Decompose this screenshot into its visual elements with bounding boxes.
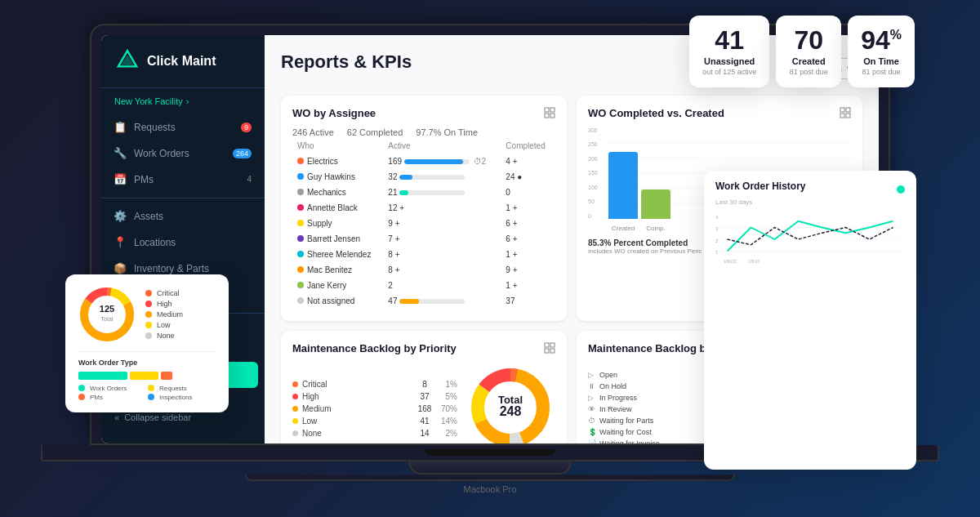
laptop-notch xyxy=(425,449,555,456)
row-active: 21 xyxy=(385,185,501,199)
priority-low: Low 41 14% xyxy=(292,415,457,427)
expand-icon[interactable] xyxy=(544,107,555,118)
row-name: Sheree Melendez xyxy=(294,247,383,261)
priority-critical: Critical 8 1% xyxy=(292,378,457,390)
app-logo-icon xyxy=(114,48,140,74)
woh-title: Work Order History xyxy=(715,181,805,192)
col-who: Who xyxy=(294,139,383,153)
legend-medium: Medium xyxy=(145,310,183,319)
priority-donut-svg: Total 248 xyxy=(466,363,555,443)
table-row: Guy Hawkins 32 24 ● xyxy=(294,170,554,184)
table-row: Mac Benitez 8 + 9 + xyxy=(294,263,554,277)
legend-none: None xyxy=(145,332,183,340)
table-row: Barrett Jensen 7 + 6 + xyxy=(294,232,554,246)
row-completed: 1 + xyxy=(502,201,554,215)
pms-count: 4 xyxy=(247,175,252,184)
kpi-created-label: Created xyxy=(789,56,828,66)
kpi-unassigned-number: 41 xyxy=(702,27,756,53)
row-name: Barrett Jensen xyxy=(294,232,383,246)
row-completed: 6 + xyxy=(502,216,554,230)
woh-chart: 4 3 2 1 1/30/23 2/6/23 xyxy=(715,211,905,268)
active-count: 246 Active xyxy=(292,127,334,137)
legend-high-label: High xyxy=(157,300,172,308)
priority-none: None 14 2% xyxy=(292,427,457,439)
svg-rect-25 xyxy=(840,114,844,118)
svg-text:3: 3 xyxy=(715,226,718,231)
row-active: 8 + xyxy=(385,247,501,261)
row-active: 47 xyxy=(385,294,501,308)
row-name: Not assigned xyxy=(294,294,383,308)
row-name: Mac Benitez xyxy=(294,263,383,277)
wo-assignee-card: WO by Assignee 246 Active 62 Completed xyxy=(281,96,567,321)
legend-low-label: Low xyxy=(157,321,171,329)
sidebar-item-assets[interactable]: ⚙️ Assets xyxy=(101,203,265,230)
floating-priority-card: 125 Total Critical High Medium xyxy=(65,274,229,412)
col-active: Active xyxy=(385,139,501,153)
woh-card: Work Order History Last 30 days 4 3 2 1 … xyxy=(704,171,916,470)
row-completed: 4 + xyxy=(502,154,554,168)
laptop-stand xyxy=(408,461,572,475)
row-completed: 0 xyxy=(502,185,554,199)
table-row: Supply 9 + 6 + xyxy=(294,216,554,230)
mini-donut-chart: 125 Total xyxy=(78,286,136,343)
kpi-ontime-card: 94% On Time 81 post due xyxy=(848,16,915,87)
kpi-ontime-sub: 81 post due xyxy=(861,68,902,76)
page-title: Reports & KPIs xyxy=(281,51,412,73)
kpi-unassigned-sub: out of 125 active xyxy=(702,68,756,76)
legend-high: High xyxy=(145,300,183,308)
expand-icon-2[interactable] xyxy=(840,107,851,118)
kpi-created-number: 70 xyxy=(789,27,828,53)
req-bar xyxy=(130,372,158,380)
type-legend-pm: PMs xyxy=(78,394,146,401)
kpi-ontime-number: 94% xyxy=(861,27,902,53)
woh-indicator xyxy=(897,185,905,194)
table-row: Electrics 169 ⏱2 4 + xyxy=(294,154,554,168)
row-completed: 37 xyxy=(502,294,554,308)
bar-completed xyxy=(641,189,670,219)
collapse-icon: « xyxy=(114,412,119,422)
wo-assignee-stats: 246 Active 62 Completed 97.7% On Time xyxy=(292,127,555,137)
x-label-comp: Comp. xyxy=(641,225,670,232)
assignee-table: Who Active Completed Electrics 169 xyxy=(292,137,555,310)
facility-name[interactable]: New York Facility › xyxy=(101,88,265,114)
sidebar-item-work-orders[interactable]: 🔧 Work Orders 264 xyxy=(101,140,265,167)
locations-icon: 📍 xyxy=(114,237,126,248)
svg-rect-19 xyxy=(545,108,549,112)
requests-badge: 9 xyxy=(241,123,252,132)
svg-text:1/30/23: 1/30/23 xyxy=(724,260,737,264)
expand-icon-3[interactable] xyxy=(544,342,555,354)
requests-label: Requests xyxy=(134,122,176,133)
inventory-label: Inventory & Parts xyxy=(134,263,209,274)
kpi-ontime-label: On Time xyxy=(861,56,902,66)
sidebar-logo: Click Maint xyxy=(101,48,265,88)
assets-label: Assets xyxy=(134,211,163,222)
row-completed: 1 + xyxy=(502,279,554,292)
work-orders-badge: 264 xyxy=(233,149,252,158)
row-active: 32 xyxy=(385,170,501,184)
sidebar-item-locations[interactable]: 📍 Locations xyxy=(101,230,265,256)
pms-icon: 📅 xyxy=(114,174,126,185)
sidebar-item-pms[interactable]: 📅 PMs 4 xyxy=(101,167,265,193)
svg-text:248: 248 xyxy=(500,404,522,418)
priority-high: High 37 5% xyxy=(292,390,457,403)
row-name: Annette Black xyxy=(294,201,383,215)
type-legend-insp: Inspections xyxy=(148,394,216,401)
row-completed: 9 + xyxy=(502,263,554,277)
laptop-foot xyxy=(245,475,735,481)
legend-medium-label: Medium xyxy=(157,310,183,319)
work-orders-icon: 🔧 xyxy=(114,148,126,159)
sidebar-item-requests[interactable]: 📋 Requests 9 xyxy=(101,114,265,140)
type-legend-req: Requests xyxy=(148,385,216,392)
svg-rect-35 xyxy=(550,343,555,347)
svg-text:1: 1 xyxy=(715,250,718,255)
svg-text:2/6/23: 2/6/23 xyxy=(749,260,760,264)
col-completed: Completed xyxy=(502,139,554,153)
row-name: Jane Kerry xyxy=(294,279,383,292)
inventory-icon: 📦 xyxy=(114,263,126,274)
legend-critical-label: Critical xyxy=(157,289,180,297)
priority-donut: Total 248 xyxy=(466,363,555,443)
priority-medium: Medium 168 70% xyxy=(292,403,457,415)
row-active: 7 + xyxy=(385,232,501,246)
macbook-label: Macbook Pro xyxy=(464,484,517,494)
table-row: Sheree Melendez 8 + 1 + xyxy=(294,247,554,261)
